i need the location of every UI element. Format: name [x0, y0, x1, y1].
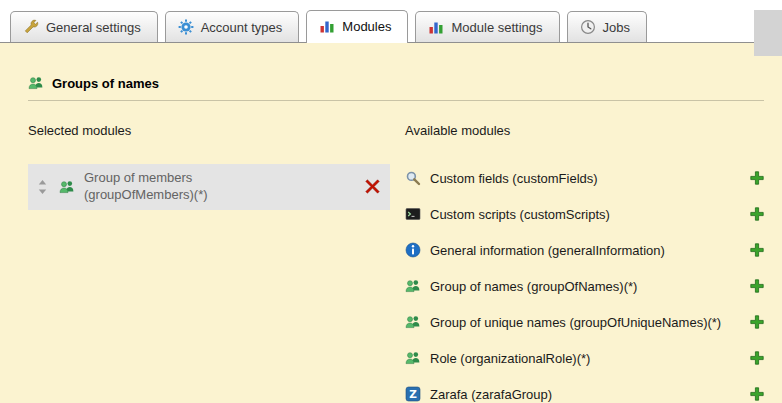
selected-modules-heading: Selected modules	[28, 123, 390, 138]
refresh-icon	[178, 19, 194, 35]
zarafa-icon: Z	[405, 386, 421, 402]
tab-bar: General settings Account types Modules M…	[0, 0, 782, 43]
add-module-button[interactable]	[750, 387, 764, 401]
available-module-label: Group of names (groupOfNames)(*)	[430, 279, 637, 294]
drag-handle-icon[interactable]	[38, 180, 47, 194]
available-module-label: Custom scripts (customScripts)	[430, 207, 610, 222]
tab-jobs[interactable]: Jobs	[567, 11, 647, 42]
selected-module-row[interactable]: Group of members (groupOfMembers)(*)	[28, 164, 390, 210]
section-divider	[28, 100, 764, 101]
available-modules-heading: Available modules	[405, 123, 764, 138]
section-header: Groups of names	[28, 75, 764, 91]
available-module-row: Role (organizationalRole)(*)	[405, 340, 764, 376]
info-icon	[405, 242, 421, 258]
group-icon	[405, 314, 421, 330]
modules-icon	[319, 18, 335, 34]
selected-module-label: Group of members (groupOfMembers)(*)	[84, 170, 208, 204]
available-module-row: Group of names (groupOfNames)(*)	[405, 268, 764, 304]
add-module-button[interactable]	[750, 351, 764, 365]
add-module-button[interactable]	[750, 315, 764, 329]
available-module-row: Group of unique names (groupOfUniqueName…	[405, 304, 764, 340]
module-columns: Selected modules Group of members (group…	[28, 123, 764, 403]
tab-label: Modules	[342, 19, 391, 34]
modules-panel: Groups of names Selected modules Group o…	[0, 43, 782, 403]
add-module-button[interactable]	[750, 171, 764, 185]
svg-text:Z: Z	[409, 388, 417, 400]
module-id: (groupOfMembers)(*)	[84, 187, 208, 202]
add-module-button[interactable]	[750, 207, 764, 221]
page-title: Groups of names	[52, 76, 159, 91]
tab-general-settings[interactable]: General settings	[10, 11, 158, 42]
available-module-label: Zarafa (zarafaGroup)	[430, 387, 552, 402]
tab-module-settings[interactable]: Module settings	[415, 11, 559, 42]
group-icon	[405, 278, 421, 294]
available-module-row: General information (generalInformation)	[405, 232, 764, 268]
tab-label: Jobs	[603, 20, 630, 35]
group-icon	[28, 75, 44, 91]
add-module-button[interactable]	[750, 279, 764, 293]
clock-icon	[580, 19, 596, 35]
magnifier-icon	[405, 170, 421, 186]
add-module-button[interactable]	[750, 243, 764, 257]
tab-label: General settings	[46, 20, 141, 35]
available-module-label: Group of unique names (groupOfUniqueName…	[430, 315, 721, 330]
tab-label: Account types	[201, 20, 283, 35]
group-icon	[405, 350, 421, 366]
available-module-label: Custom fields (customFields)	[430, 171, 598, 186]
available-modules-list: Custom fields (customFields)Custom scrip…	[405, 160, 764, 403]
modules-icon	[428, 19, 444, 35]
corner-block	[754, 10, 782, 56]
available-module-label: Role (organizationalRole)(*)	[430, 351, 590, 366]
module-name: Group of members	[84, 170, 192, 185]
tab-label: Module settings	[451, 20, 542, 35]
settings-page: General settings Account types Modules M…	[0, 0, 782, 403]
available-module-label: General information (generalInformation)	[430, 243, 665, 258]
wrench-icon	[23, 19, 39, 35]
remove-module-button[interactable]	[365, 179, 380, 194]
available-module-row: ZZarafa (zarafaGroup)	[405, 376, 764, 403]
available-module-row: Custom scripts (customScripts)	[405, 196, 764, 232]
tab-modules[interactable]: Modules	[306, 10, 408, 43]
group-icon	[59, 179, 75, 195]
available-modules-column: Available modules Custom fields (customF…	[405, 123, 764, 403]
tab-account-types[interactable]: Account types	[165, 11, 300, 42]
available-module-row: Custom fields (customFields)	[405, 160, 764, 196]
script-icon	[405, 206, 421, 222]
selected-modules-column: Selected modules Group of members (group…	[28, 123, 390, 403]
